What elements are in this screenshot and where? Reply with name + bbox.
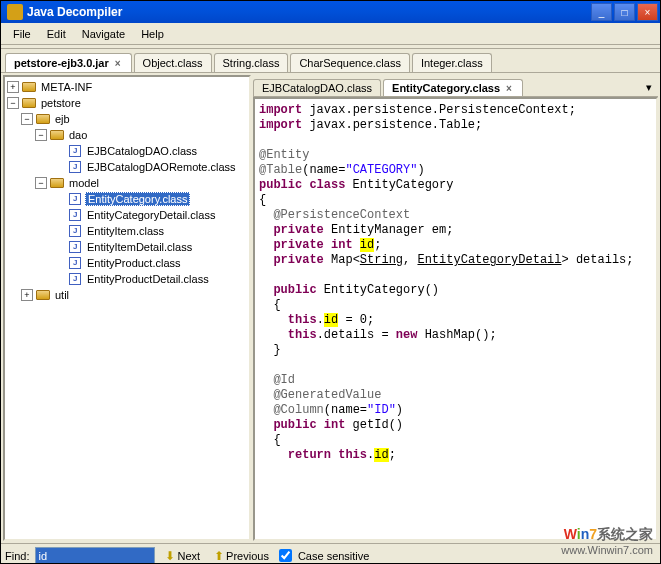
top-tab-petstore[interactable]: petstore-ejb3.0.jar× bbox=[5, 53, 132, 72]
tree-node-model[interactable]: −model bbox=[7, 175, 247, 191]
expand-icon[interactable]: + bbox=[21, 289, 33, 301]
find-next-button[interactable]: ⬇Next bbox=[161, 547, 204, 565]
tree-node-entitycategorydetail[interactable]: EntityCategoryDetail.class bbox=[7, 207, 247, 223]
find-bar: Find: ⬇Next ⬆Previous Case sensitive bbox=[1, 543, 660, 564]
editor-tab-ejbcatalogdao[interactable]: EJBCatalogDAO.class bbox=[253, 79, 381, 96]
tree-pane[interactable]: +META-INF −petstore −ejb −dao EJBCatalog… bbox=[3, 75, 251, 541]
menu-navigate[interactable]: Navigate bbox=[74, 26, 133, 42]
find-previous-button[interactable]: ⬆Previous bbox=[210, 547, 273, 565]
maximize-button[interactable]: □ bbox=[614, 3, 635, 21]
tree-node-entityproductdetail[interactable]: EntityProductDetail.class bbox=[7, 271, 247, 287]
close-icon[interactable]: × bbox=[113, 58, 123, 69]
tree-node-metainf[interactable]: +META-INF bbox=[7, 79, 247, 95]
editor-tab-entitycategory[interactable]: EntityCategory.class× bbox=[383, 79, 523, 96]
find-input[interactable] bbox=[35, 547, 155, 565]
menu-edit[interactable]: Edit bbox=[39, 26, 74, 42]
top-tab-charsequence[interactable]: CharSequence.class bbox=[290, 53, 410, 72]
editor-tab-strip: EJBCatalogDAO.class EntityCategory.class… bbox=[253, 75, 658, 97]
tree-node-entityitemdetail[interactable]: EntityItemDetail.class bbox=[7, 239, 247, 255]
menu-file[interactable]: File bbox=[5, 26, 39, 42]
top-tab-string[interactable]: String.class bbox=[214, 53, 289, 72]
collapse-icon[interactable]: − bbox=[35, 129, 47, 141]
tree-node-util[interactable]: +util bbox=[7, 287, 247, 303]
close-icon[interactable]: × bbox=[504, 83, 514, 94]
close-button[interactable]: × bbox=[637, 3, 658, 21]
case-sensitive-checkbox[interactable] bbox=[279, 549, 292, 562]
tree-node-ejbcatalogdaoremote[interactable]: EJBCatalogDAORemote.class bbox=[7, 159, 247, 175]
menubar: File Edit Navigate Help bbox=[1, 23, 660, 45]
top-tab-integer[interactable]: Integer.class bbox=[412, 53, 492, 72]
titlebar: Java Decompiler _ □ × bbox=[1, 1, 660, 23]
arrow-up-icon: ⬆ bbox=[214, 549, 224, 563]
menu-help[interactable]: Help bbox=[133, 26, 172, 42]
tree-node-ejbcatalogdao[interactable]: EJBCatalogDAO.class bbox=[7, 143, 247, 159]
code-editor[interactable]: import javax.persistence.PersistenceCont… bbox=[253, 97, 658, 541]
app-icon bbox=[7, 4, 23, 20]
tree-node-dao[interactable]: −dao bbox=[7, 127, 247, 143]
editor-menu-icon[interactable]: ▾ bbox=[640, 79, 658, 96]
top-tab-object[interactable]: Object.class bbox=[134, 53, 212, 72]
tree-node-entitycategory[interactable]: EntityCategory.class bbox=[7, 191, 247, 207]
tree-node-ejb[interactable]: −ejb bbox=[7, 111, 247, 127]
collapse-icon[interactable]: − bbox=[21, 113, 33, 125]
minimize-button[interactable]: _ bbox=[591, 3, 612, 21]
tree-node-petstore[interactable]: −petstore bbox=[7, 95, 247, 111]
tree-node-entityproduct[interactable]: EntityProduct.class bbox=[7, 255, 247, 271]
tree-node-entityitem[interactable]: EntityItem.class bbox=[7, 223, 247, 239]
collapse-icon[interactable]: − bbox=[7, 97, 19, 109]
expand-icon[interactable]: + bbox=[7, 81, 19, 93]
arrow-down-icon: ⬇ bbox=[165, 549, 175, 563]
find-label: Find: bbox=[5, 550, 29, 562]
collapse-icon[interactable]: − bbox=[35, 177, 47, 189]
window-title: Java Decompiler bbox=[27, 5, 591, 19]
top-tab-strip: petstore-ejb3.0.jar× Object.class String… bbox=[1, 49, 660, 73]
case-sensitive-label: Case sensitive bbox=[298, 550, 370, 562]
